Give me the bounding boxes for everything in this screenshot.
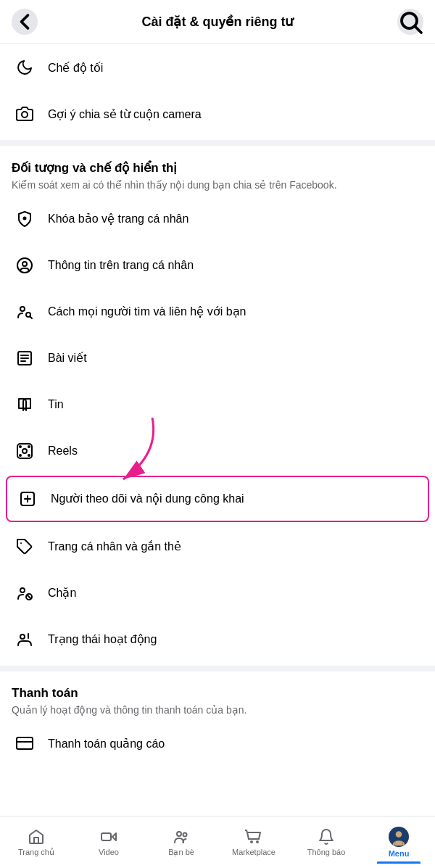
menu-item-reels[interactable]: Reels xyxy=(0,428,435,474)
tag-icon xyxy=(12,534,38,560)
svg-point-38 xyxy=(396,831,402,838)
find-contact-label: Cách mọi người tìm và liên hệ với bạn xyxy=(48,305,246,318)
section-audience: Đối tượng và chế độ hiển thị Kiểm soát x… xyxy=(0,149,435,663)
marketplace-icon xyxy=(245,828,262,846)
section-payment: Thanh toán Quản lý hoạt động và thông ti… xyxy=(0,674,435,767)
menu-item-posts[interactable]: Bài viết xyxy=(0,335,435,381)
posts-label: Bài viết xyxy=(48,351,87,365)
menu-item-block[interactable]: Chặn xyxy=(0,570,435,616)
menu-item-profile-lock[interactable]: Khóa bảo vệ trang cá nhân xyxy=(0,196,435,242)
svg-point-18 xyxy=(28,455,30,456)
bell-icon xyxy=(318,828,335,846)
stories-label: Tin xyxy=(48,398,64,411)
credit-card-icon xyxy=(12,730,38,756)
svg-rect-31 xyxy=(102,833,111,840)
video-icon xyxy=(100,828,117,846)
svg-point-6 xyxy=(20,307,25,311)
nav-video-label: Video xyxy=(99,848,119,856)
nav-item-friends[interactable]: Bạn bè xyxy=(145,822,218,863)
svg-point-3 xyxy=(23,216,27,220)
nav-notifications-label: Thông báo xyxy=(307,848,346,856)
activity-status-label: Trạng thái hoạt động xyxy=(48,632,157,646)
menu-item-camera-suggestion[interactable]: Gợi ý chia sẻ từ cuộn camera xyxy=(0,91,435,137)
profile-tag-label: Trang cá nhân và gắn thẻ xyxy=(48,540,181,553)
search-button[interactable] xyxy=(397,9,423,35)
divider-1 xyxy=(0,140,435,146)
svg-point-15 xyxy=(20,446,21,447)
followers-label: Người theo dõi và nội dung công khai xyxy=(51,492,244,505)
ad-payment-label: Thanh toán quảng cáo xyxy=(48,737,165,751)
book-icon xyxy=(12,392,38,418)
menu-item-stories[interactable]: Tin xyxy=(0,381,435,428)
moon-icon xyxy=(12,54,38,80)
camera-suggestion-label: Gợi ý chia sẻ từ cuộn camera xyxy=(48,107,202,121)
nav-menu-label: Menu xyxy=(389,849,410,858)
block-label: Chặn xyxy=(48,586,76,600)
svg-rect-29 xyxy=(17,737,33,749)
payment-desc: Quản lý hoạt động và thông tin thanh toá… xyxy=(12,703,423,718)
svg-point-16 xyxy=(28,446,30,447)
reels-icon xyxy=(12,438,38,464)
back-button[interactable] xyxy=(12,9,38,35)
nav-item-video[interactable]: Video xyxy=(72,822,145,862)
activity-icon xyxy=(12,627,38,653)
nav-marketplace-label: Marketplace xyxy=(232,848,276,856)
svg-point-2 xyxy=(22,112,28,117)
svg-point-35 xyxy=(251,841,252,843)
camera-icon xyxy=(12,101,38,127)
audience-desc: Kiểm soát xem ai có thể nhìn thấy nội du… xyxy=(12,178,423,193)
dark-mode-label: Chế độ tối xyxy=(48,61,103,75)
friends-icon xyxy=(173,828,190,846)
svg-point-33 xyxy=(177,832,181,836)
payment-header: Thanh toán Quản lý hoạt động và thông ti… xyxy=(0,674,435,721)
svg-point-24 xyxy=(20,588,25,592)
menu-item-find-contact[interactable]: Cách mọi người tìm và liên hệ với bạn xyxy=(0,289,435,335)
svg-line-1 xyxy=(415,27,421,33)
nav-item-marketplace[interactable]: Marketplace xyxy=(218,822,290,862)
posts-icon xyxy=(12,345,38,371)
avatar xyxy=(389,827,409,847)
bottom-nav: Trang chủ Video Bạn bè Marketplace xyxy=(0,816,435,868)
menu-item-activity-status[interactable]: Trạng thái hoạt động xyxy=(0,616,435,663)
payment-title: Thanh toán xyxy=(12,686,423,700)
svg-line-26 xyxy=(28,595,31,598)
home-icon xyxy=(28,828,45,846)
profile-info-label: Thông tin trên trang cá nhân xyxy=(48,259,194,272)
shield-person-icon xyxy=(12,206,38,232)
followers-icon xyxy=(14,486,41,512)
svg-line-8 xyxy=(30,316,33,318)
svg-point-36 xyxy=(257,841,258,843)
menu-item-dark-mode[interactable]: Chế độ tối xyxy=(0,44,435,91)
audience-header: Đối tượng và chế độ hiển thị Kiểm soát x… xyxy=(0,149,435,196)
section-misc: Chế độ tối Gợi ý chia sẻ từ cuộn camera xyxy=(0,44,435,137)
divider-2 xyxy=(0,666,435,671)
nav-friends-label: Bạn bè xyxy=(168,848,194,857)
nav-item-home[interactable]: Trang chủ xyxy=(0,822,72,863)
svg-point-5 xyxy=(22,262,27,266)
audience-title: Đối tượng và chế độ hiển thị xyxy=(12,160,423,175)
menu-item-profile-tag[interactable]: Trang cá nhân và gắn thẻ xyxy=(0,524,435,570)
header: Cài đặt & quyền riêng tư xyxy=(0,0,435,44)
nav-item-notifications[interactable]: Thông báo xyxy=(290,822,362,862)
svg-point-14 xyxy=(22,449,27,453)
svg-point-17 xyxy=(20,455,21,456)
menu-item-followers[interactable]: Người theo dõi và nội dung công khai xyxy=(6,476,429,522)
menu-item-profile-info[interactable]: Thông tin trên trang cá nhân xyxy=(0,242,435,289)
person-search-icon xyxy=(12,299,38,325)
block-person-icon xyxy=(12,580,38,606)
svg-marker-32 xyxy=(112,833,116,840)
svg-point-27 xyxy=(20,635,25,639)
svg-point-34 xyxy=(183,832,187,836)
reels-label: Reels xyxy=(48,445,78,458)
profile-lock-label: Khóa bảo vệ trang cá nhân xyxy=(48,212,188,226)
content: Chế độ tối Gợi ý chia sẻ từ cuộn camera … xyxy=(0,44,435,824)
page-title: Cài đặt & quyền riêng tư xyxy=(141,14,293,30)
person-circle-icon xyxy=(12,252,38,278)
menu-item-ad-payment[interactable]: Thanh toán quảng cáo xyxy=(0,720,435,766)
nav-item-menu[interactable]: Menu xyxy=(362,821,435,864)
nav-home-label: Trang chủ xyxy=(18,848,54,857)
